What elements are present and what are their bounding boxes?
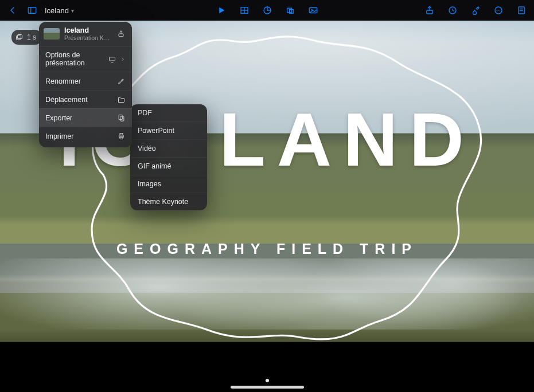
popover-subtitle: Présentation Keynote… <box>64 34 111 41</box>
menu-item-presentation-options[interactable]: Options de présentation <box>39 46 132 72</box>
share-button[interactable] <box>422 2 438 18</box>
svg-rect-28 <box>120 134 123 135</box>
export-option-gif[interactable]: GIF animé <box>130 157 207 175</box>
chevron-right-icon <box>120 55 126 64</box>
svg-rect-29 <box>120 137 123 139</box>
menu-item-rename[interactable]: Renommer <box>39 72 132 90</box>
menu-item-move[interactable]: Déplacement <box>39 90 132 108</box>
document-title-button[interactable]: Iceland ▾ <box>45 6 74 15</box>
river-highlight <box>0 258 534 329</box>
svg-rect-22 <box>119 34 123 37</box>
menu-item-print[interactable]: Imprimer <box>39 127 132 145</box>
media-insert-button[interactable] <box>305 2 321 18</box>
svg-rect-21 <box>17 34 22 38</box>
slide-count-label: 1 s <box>27 33 36 41</box>
slide-subtitle: GEOGRAPHY FIELD TRIP <box>0 241 534 257</box>
slide-count-pill[interactable]: 1 s <box>11 30 42 45</box>
table-insert-button[interactable] <box>236 2 252 18</box>
chevron-down-icon: ▾ <box>71 7 74 14</box>
svg-point-15 <box>498 10 499 11</box>
format-brush-button[interactable] <box>467 2 484 18</box>
export-submenu: PDF PowerPoint Vidéo GIF animé Images Th… <box>130 104 207 210</box>
slides-stack-icon <box>15 33 24 42</box>
more-button[interactable] <box>490 2 506 18</box>
export-option-images[interactable]: Images <box>130 175 207 193</box>
popover-title: Iceland <box>64 26 111 34</box>
svg-point-16 <box>500 10 501 11</box>
menu-item-label: Déplacement <box>45 96 88 104</box>
svg-rect-0 <box>28 7 36 14</box>
menu-item-export[interactable]: Exporter <box>39 108 132 127</box>
collaborate-button[interactable] <box>445 2 461 18</box>
svg-rect-17 <box>519 7 525 14</box>
pencil-icon <box>117 77 126 85</box>
inspector-button[interactable] <box>513 2 529 18</box>
document-menu-popover: Iceland Présentation Keynote… Options de… <box>39 22 132 147</box>
document-title-label: Iceland <box>45 6 69 15</box>
back-button[interactable] <box>5 2 21 18</box>
svg-marker-2 <box>219 7 224 14</box>
svg-point-14 <box>497 10 498 11</box>
folder-icon <box>117 95 126 104</box>
svg-rect-23 <box>110 57 115 61</box>
page-indicator-dot <box>266 379 269 382</box>
menu-item-label: Renommer <box>45 77 81 85</box>
sidebar-toggle-button[interactable] <box>24 2 40 18</box>
home-indicator <box>231 386 304 389</box>
svg-rect-11 <box>427 10 433 14</box>
svg-rect-20 <box>17 36 21 40</box>
svg-rect-25 <box>119 115 122 120</box>
popover-share-button[interactable] <box>116 30 126 38</box>
toolbar-right-group <box>422 2 529 18</box>
popover-header: Iceland Présentation Keynote… <box>39 22 132 46</box>
toolbar-center-group <box>213 2 321 18</box>
export-option-theme[interactable]: Thème Keynote <box>130 193 207 210</box>
svg-rect-26 <box>120 116 124 121</box>
export-option-pdf[interactable]: PDF <box>130 104 207 121</box>
popover-thumbnail <box>44 28 60 40</box>
shape-insert-button[interactable] <box>282 2 298 18</box>
display-icon <box>108 55 116 64</box>
menu-item-label: Imprimer <box>45 132 73 140</box>
printer-icon <box>117 132 126 140</box>
top-toolbar: Iceland ▾ <box>0 0 534 21</box>
play-button[interactable] <box>213 2 229 18</box>
chart-insert-button[interactable] <box>259 2 275 18</box>
export-icon <box>117 113 126 122</box>
menu-item-label: Exporter <box>45 114 72 122</box>
export-option-video[interactable]: Vidéo <box>130 139 207 157</box>
export-option-powerpoint[interactable]: PowerPoint <box>130 121 207 139</box>
menu-item-label: Options de présentation <box>45 51 103 67</box>
